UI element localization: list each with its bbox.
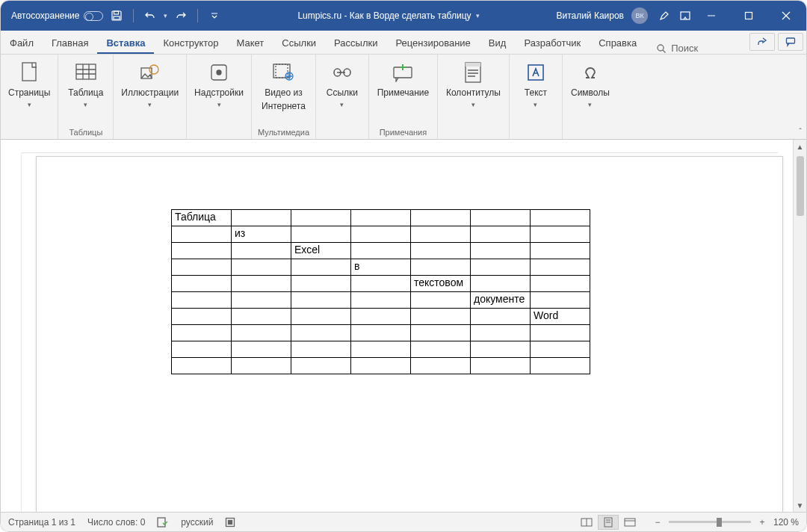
table-cell[interactable]: Excel bbox=[291, 243, 351, 259]
tab-home[interactable]: Главная bbox=[43, 33, 97, 54]
table-button[interactable]: Таблица ▾ bbox=[63, 58, 109, 111]
table-cell[interactable] bbox=[411, 210, 471, 226]
table-cell[interactable] bbox=[531, 226, 590, 243]
table-cell[interactable] bbox=[471, 309, 531, 325]
undo-icon[interactable] bbox=[144, 10, 156, 22]
share-button[interactable] bbox=[749, 33, 775, 51]
user-name[interactable]: Виталий Каиров bbox=[556, 10, 624, 21]
tab-mailings[interactable]: Рассылки bbox=[325, 33, 386, 54]
table-cell[interactable] bbox=[172, 259, 232, 276]
table-cell[interactable] bbox=[531, 243, 590, 259]
headerfooter-button[interactable]: Колонтитулы ▾ bbox=[442, 58, 505, 111]
table-cell[interactable] bbox=[351, 210, 411, 226]
table-cell[interactable] bbox=[411, 309, 471, 325]
tab-help[interactable]: Справка bbox=[590, 33, 646, 54]
undo-dropdown-icon[interactable]: ▾ bbox=[164, 12, 167, 19]
table-cell[interactable] bbox=[351, 341, 411, 358]
web-layout-button[interactable] bbox=[619, 515, 640, 530]
table-cell[interactable] bbox=[351, 292, 411, 309]
table-cell[interactable] bbox=[232, 243, 291, 259]
table-cell[interactable] bbox=[471, 341, 531, 358]
text-button[interactable]: Текст ▾ bbox=[513, 58, 559, 111]
table-cell[interactable] bbox=[232, 292, 291, 309]
table-cell[interactable] bbox=[351, 325, 411, 341]
table-row[interactable]: в bbox=[172, 259, 590, 276]
table-cell[interactable] bbox=[471, 210, 531, 226]
table-cell[interactable]: Word bbox=[531, 309, 590, 325]
scroll-down-icon[interactable]: ▼ bbox=[794, 498, 806, 512]
title-dropdown-icon[interactable]: ▾ bbox=[476, 12, 480, 19]
table-row[interactable] bbox=[172, 325, 590, 341]
avatar[interactable]: ВК bbox=[631, 7, 648, 24]
illustrations-button[interactable]: Иллюстрации ▾ bbox=[117, 58, 183, 111]
table-cell[interactable] bbox=[232, 358, 291, 374]
table-cell[interactable] bbox=[172, 358, 232, 374]
table-cell[interactable] bbox=[531, 358, 590, 374]
scroll-thumb[interactable] bbox=[797, 156, 804, 216]
table-cell[interactable] bbox=[232, 341, 291, 358]
table-cell[interactable] bbox=[351, 309, 411, 325]
zoom-track[interactable] bbox=[669, 521, 751, 523]
pages-button[interactable]: Страницы ▾ bbox=[4, 58, 55, 111]
zoom-value[interactable]: 120 % bbox=[773, 517, 799, 528]
ruler-horizontal[interactable] bbox=[22, 140, 778, 153]
zoom-in-icon[interactable]: + bbox=[757, 517, 767, 528]
table-cell[interactable] bbox=[232, 210, 291, 226]
tab-review[interactable]: Рецензирование bbox=[386, 33, 479, 54]
table-cell[interactable]: Таблица bbox=[172, 210, 232, 226]
table-cell[interactable] bbox=[471, 325, 531, 341]
tab-file[interactable]: Файл bbox=[1, 33, 43, 54]
table-cell[interactable] bbox=[232, 259, 291, 276]
maximize-button[interactable] bbox=[732, 1, 766, 31]
collapse-ribbon-icon[interactable]: ˆ bbox=[799, 127, 802, 136]
table-cell[interactable] bbox=[531, 259, 590, 276]
table-row[interactable]: Word bbox=[172, 309, 590, 325]
tab-insert[interactable]: Вставка bbox=[97, 33, 154, 54]
search-box[interactable]: Поиск bbox=[646, 43, 708, 54]
document-table[interactable]: ТаблицаизExcelвтекстовомдокументеWord bbox=[171, 209, 590, 374]
table-cell[interactable] bbox=[411, 259, 471, 276]
table-row[interactable]: из bbox=[172, 226, 590, 243]
tab-developer[interactable]: Разработчик bbox=[515, 33, 590, 54]
close-button[interactable] bbox=[769, 1, 803, 31]
table-cell[interactable] bbox=[531, 210, 590, 226]
table-cell[interactable] bbox=[411, 243, 471, 259]
table-cell[interactable] bbox=[531, 276, 590, 292]
table-cell[interactable] bbox=[291, 259, 351, 276]
tab-layout[interactable]: Макет bbox=[228, 33, 273, 54]
table-cell[interactable] bbox=[232, 276, 291, 292]
table-cell[interactable] bbox=[291, 276, 351, 292]
table-cell[interactable] bbox=[411, 325, 471, 341]
table-cell[interactable] bbox=[291, 226, 351, 243]
table-cell[interactable] bbox=[351, 358, 411, 374]
zoom-out-icon[interactable]: − bbox=[652, 517, 663, 528]
table-cell[interactable] bbox=[291, 210, 351, 226]
table-cell[interactable] bbox=[291, 341, 351, 358]
redo-icon[interactable] bbox=[175, 10, 187, 22]
print-layout-button[interactable] bbox=[598, 515, 619, 530]
qat-customize-icon[interactable] bbox=[208, 10, 220, 22]
symbols-button[interactable]: Символы ▾ bbox=[566, 58, 614, 111]
table-cell[interactable] bbox=[291, 358, 351, 374]
table-cell[interactable]: из bbox=[232, 226, 291, 243]
minimize-button[interactable] bbox=[694, 1, 729, 31]
table-cell[interactable] bbox=[172, 309, 232, 325]
autosave-toggle[interactable]: Автосохранение bbox=[11, 10, 103, 21]
table-row[interactable]: Excel bbox=[172, 243, 590, 259]
comment-button[interactable]: Примечание bbox=[373, 58, 433, 101]
word-count[interactable]: Число слов: 0 bbox=[87, 517, 145, 528]
table-cell[interactable] bbox=[172, 276, 232, 292]
spellcheck-icon[interactable] bbox=[157, 517, 169, 528]
table-cell[interactable] bbox=[411, 292, 471, 309]
table-cell[interactable] bbox=[471, 226, 531, 243]
table-cell[interactable] bbox=[531, 292, 590, 309]
language-status[interactable]: русский bbox=[181, 517, 213, 528]
table-cell[interactable] bbox=[531, 341, 590, 358]
read-mode-button[interactable] bbox=[576, 515, 597, 530]
online-video-button[interactable]: Видео из Интернета bbox=[257, 58, 310, 114]
table-cell[interactable] bbox=[351, 243, 411, 259]
table-cell[interactable] bbox=[291, 292, 351, 309]
table-row[interactable]: Таблица bbox=[172, 210, 590, 226]
links-button[interactable]: Ссылки ▾ bbox=[319, 58, 365, 111]
table-cell[interactable] bbox=[471, 276, 531, 292]
